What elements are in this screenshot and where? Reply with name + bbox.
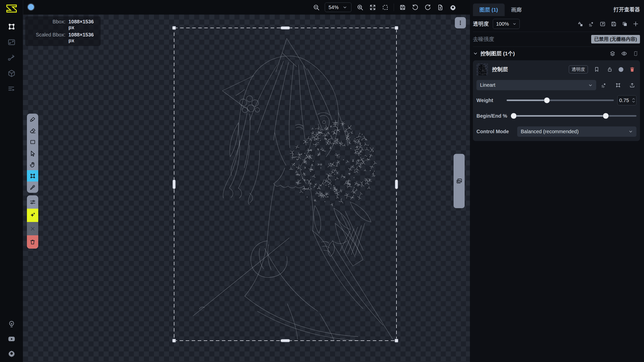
merge-layers-icon[interactable] bbox=[576, 20, 585, 28]
layer-name: 控制层 bbox=[492, 66, 508, 73]
brush-tool-icon[interactable] bbox=[27, 114, 38, 125]
nav-queue-icon[interactable] bbox=[7, 84, 16, 94]
add-layer-plus-icon[interactable] bbox=[631, 20, 640, 28]
canvas-settings-gear-icon[interactable] bbox=[449, 3, 457, 11]
end-handle[interactable] bbox=[603, 113, 609, 119]
tab-layers[interactable]: 图层 (1) bbox=[473, 4, 505, 16]
denoise-status-badge: 已禁用 (无栅格内容) bbox=[591, 35, 640, 43]
control-mode-label: Control Mode bbox=[476, 129, 514, 134]
right-panel: 图层 (1) 画廊 打开查看器 透明度 100% bbox=[470, 0, 644, 362]
zoom-level-value: 54% bbox=[329, 5, 339, 10]
bbox-tool-icon[interactable] bbox=[27, 170, 38, 182]
opacity-select[interactable]: 100% bbox=[493, 19, 520, 29]
duplicate-layer-icon[interactable] bbox=[620, 20, 629, 28]
weight-number-input[interactable]: 0.75 bbox=[617, 95, 636, 105]
control-model-value: Lineart bbox=[480, 82, 495, 88]
weight-value: 0.75 bbox=[618, 98, 631, 103]
weight-step-down-icon[interactable] bbox=[632, 101, 635, 103]
unlock-icon[interactable] bbox=[606, 65, 614, 74]
transform-bbox-icon[interactable] bbox=[614, 81, 622, 89]
settings-gear-icon[interactable] bbox=[7, 349, 16, 358]
toolbar-divider bbox=[394, 4, 394, 11]
begin-end-slider-fill bbox=[514, 115, 606, 117]
nav-rail bbox=[0, 0, 23, 362]
control-model-select[interactable]: Lineart bbox=[476, 80, 596, 90]
opacity-value: 100% bbox=[496, 21, 509, 27]
control-layer-card[interactable]: 控制层 透明度 bbox=[473, 60, 640, 141]
group-layers-stack-icon[interactable] bbox=[608, 49, 617, 58]
control-layers-title: 控制图层 (1个) bbox=[480, 50, 515, 57]
save-canvas-button[interactable] bbox=[398, 3, 407, 11]
transform-fit-icon[interactable] bbox=[598, 20, 607, 28]
tab-gallery-label: 画廊 bbox=[511, 6, 522, 13]
bbox-label: Bbox: bbox=[28, 19, 65, 30]
delete-trash-icon[interactable] bbox=[27, 235, 38, 249]
generation-bbox bbox=[172, 26, 398, 342]
layer-thumbnail[interactable] bbox=[476, 63, 488, 75]
layer-opacity-button[interactable]: 透明度 bbox=[569, 65, 588, 73]
layer-color-dot[interactable] bbox=[619, 67, 623, 72]
canvas-menu-kebab-button[interactable] bbox=[455, 17, 466, 28]
nav-upscaling-icon[interactable] bbox=[7, 38, 16, 47]
tab-gallery[interactable]: 画廊 bbox=[505, 4, 528, 16]
control-mode-select[interactable]: Balanced (recommended) bbox=[517, 126, 636, 137]
weight-row: Weight 0.75 bbox=[476, 95, 636, 106]
opacity-row: 透明度 100% bbox=[473, 16, 640, 32]
bookmark-icon[interactable] bbox=[592, 65, 601, 74]
tab-layers-label: 图层 (1) bbox=[479, 6, 498, 13]
nav-models-icon[interactable] bbox=[7, 69, 16, 78]
group-visibility-eye-icon[interactable] bbox=[620, 49, 628, 58]
apply-sparkle-icon[interactable] bbox=[27, 209, 38, 222]
tutorials-video-icon[interactable] bbox=[7, 334, 16, 343]
gallery-toggle-handle[interactable] bbox=[454, 154, 465, 208]
undo-button[interactable] bbox=[411, 3, 419, 11]
view-hand-tool-icon[interactable] bbox=[27, 159, 38, 170]
filter-settings-icon[interactable] bbox=[27, 195, 38, 209]
color-picker-tool-icon[interactable] bbox=[27, 182, 38, 193]
bbox-value: 1088×1536 px bbox=[68, 19, 97, 30]
weight-slider[interactable] bbox=[507, 98, 614, 103]
zoom-level-select[interactable]: 54% bbox=[325, 3, 351, 12]
bbox-info-overlay: Bbox: 1088×1536 px Scaled Bbox: 1088×153… bbox=[25, 16, 101, 46]
weight-slider-handle[interactable] bbox=[544, 98, 550, 103]
nav-workflows-icon[interactable] bbox=[7, 53, 16, 62]
zoom-out-button[interactable] bbox=[312, 3, 320, 11]
scaled-bbox-value: 1088×1536 px bbox=[68, 32, 97, 43]
nav-canvas-icon[interactable] bbox=[7, 22, 16, 31]
control-mode-row: Control Mode Balanced (recommended) bbox=[476, 126, 636, 137]
cancel-x-icon[interactable] bbox=[27, 222, 38, 235]
panel-tabbar: 图层 (1) 画廊 打开查看器 bbox=[473, 0, 640, 16]
opacity-label: 透明度 bbox=[473, 20, 489, 27]
rectangle-tool-icon[interactable] bbox=[27, 136, 38, 148]
canvas-viewport[interactable]: Bbox: 1088×1536 px Scaled Bbox: 1088×153… bbox=[23, 15, 470, 362]
brush-color-swatch[interactable] bbox=[27, 3, 35, 11]
weight-label: Weight bbox=[476, 98, 503, 103]
filter-wand-icon[interactable] bbox=[587, 20, 596, 28]
support-lightbulb-icon[interactable] bbox=[7, 320, 16, 329]
upload-icon[interactable] bbox=[628, 81, 636, 89]
control-layers-header: 控制图层 (1个) bbox=[473, 47, 640, 60]
new-canvas-button[interactable] bbox=[436, 3, 444, 11]
save-layer-icon[interactable] bbox=[609, 20, 618, 28]
denoise-row: 去噪强度 已禁用 (无栅格内容) bbox=[473, 32, 640, 47]
begin-end-row: Begin/End % bbox=[476, 110, 636, 121]
fit-bbox-button[interactable] bbox=[381, 3, 389, 11]
process-wand-icon[interactable] bbox=[600, 81, 608, 89]
invoke-logo-icon bbox=[6, 4, 17, 14]
begin-end-slider[interactable] bbox=[514, 113, 636, 119]
weight-step-up-icon[interactable] bbox=[632, 98, 635, 100]
zoom-in-button[interactable] bbox=[356, 3, 364, 11]
fit-to-view-button[interactable] bbox=[369, 3, 377, 11]
collapse-chevron-icon[interactable] bbox=[473, 51, 478, 56]
layer-delete-trash-icon[interactable] bbox=[628, 65, 636, 74]
weight-slider-fill bbox=[507, 100, 547, 101]
move-tool-icon[interactable] bbox=[27, 148, 38, 159]
scaled-bbox-label: Scaled Bbox: bbox=[28, 32, 65, 43]
denoise-label: 去噪强度 bbox=[473, 36, 494, 43]
begin-handle[interactable] bbox=[511, 113, 516, 119]
group-bbox-frame-icon[interactable] bbox=[631, 49, 640, 58]
redo-button[interactable] bbox=[424, 3, 432, 11]
eraser-tool-icon[interactable] bbox=[27, 125, 38, 136]
open-viewer-button[interactable]: 打开查看器 bbox=[614, 6, 640, 13]
canvas-toolbar: 54% bbox=[23, 0, 470, 15]
